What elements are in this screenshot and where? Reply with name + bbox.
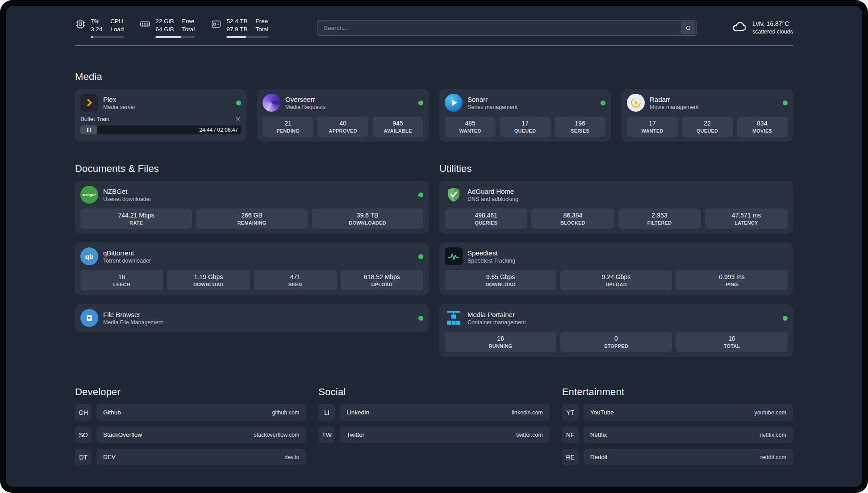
search-bar: G [317, 20, 697, 36]
stat-label: MOVIES [739, 128, 786, 134]
bookmark-abbr[interactable]: RE [562, 449, 579, 465]
bookmark-abbr[interactable]: SO [75, 426, 92, 443]
pause-button[interactable] [80, 125, 97, 134]
filebrowser-icon [80, 309, 98, 327]
bookmark-dev: DT DEV dev.to [75, 449, 306, 465]
stat-tile: 744.21 Mbps RATE [80, 209, 192, 229]
app-card-radarr[interactable]: Radarr Movie management 17 WANTED 22 QUE… [622, 89, 793, 142]
app-subtitle: Speedtest Tracking [467, 258, 515, 264]
sonarr-icon [445, 94, 463, 112]
stat-label: PING [678, 282, 786, 287]
stat-tile: 1.19 Gbps DOWNLOAD [167, 270, 250, 290]
stat-tile: 2,953 FILTERED [618, 209, 701, 229]
search-input[interactable] [318, 25, 681, 31]
stat-label: QUERIES [447, 220, 526, 226]
plex-icon [80, 94, 98, 112]
bookmark-youtube: YT YouTube youtube.com [562, 404, 793, 421]
app-name: Radarr [650, 96, 699, 104]
status-indicator [418, 254, 423, 259]
bookmark-abbr[interactable]: NF [562, 426, 579, 443]
bookmark-link[interactable]: Github github.com [96, 404, 306, 421]
stat-label: DOWNLOAD [447, 282, 555, 287]
app-card-adguard[interactable]: AdGuard Home DNS and adblocking 498,461 … [439, 181, 793, 234]
stat-label: FILTERED [620, 220, 699, 226]
stat-value: 498,461 [447, 212, 526, 219]
stat-value: 9.65 Gbps [447, 273, 555, 280]
ram-total: 64 GiB [155, 25, 174, 33]
app-card-qbittorrent[interactable]: qb qBittorrent Torrent downloader 16 LEE… [75, 242, 429, 295]
gear-icon[interactable] [234, 116, 241, 122]
ram-progress-bar [155, 36, 195, 38]
bookmark-link[interactable]: YouTube youtube.com [584, 404, 793, 421]
status-indicator [418, 316, 423, 321]
ram-icon [140, 19, 150, 31]
qbittorrent-icon: qb [80, 247, 98, 265]
status-indicator [236, 100, 241, 105]
app-subtitle: Container management [467, 319, 526, 326]
app-subtitle: Series management [467, 104, 517, 110]
playback-time: 24:44 / 02:06:47 [199, 127, 238, 133]
stat-tile: 0.993 ms PING [676, 270, 788, 290]
stat-value: 40 [319, 120, 367, 127]
stat-label: TOTAL [678, 343, 786, 349]
stat-label: WANTED [629, 128, 676, 134]
stat-tile: 16 RUNNING [445, 332, 556, 352]
bookmark-link[interactable]: DEV dev.to [96, 449, 306, 465]
app-card-portainer[interactable]: Media Portainer Container management 16 … [439, 304, 793, 357]
app-subtitle: Media server [103, 104, 135, 110]
bookmark-abbr[interactable]: GH [75, 404, 92, 421]
app-name: File Browser [103, 311, 163, 319]
app-subtitle: Media File Management [103, 319, 163, 326]
stat-tile: 266 GB REMAINING [196, 209, 308, 229]
adguard-icon [445, 186, 463, 204]
cpu-icon [75, 19, 86, 31]
ram-free-label: Free [182, 17, 195, 25]
stat-label: QUEUED [501, 128, 549, 134]
weather-location: Lviv, 16.87°C [752, 20, 793, 28]
app-card-overseerr[interactable]: Overseerr Media Requests 21 PENDING 40 A… [257, 89, 429, 142]
stat-tile: 86,384 BLOCKED [531, 209, 614, 229]
app-subtitle: Torrent downloader [103, 258, 151, 264]
app-card-nzbget[interactable]: nzbget NZBGet Usenet downloader 744.21 M… [75, 181, 429, 234]
ram-free: 22 GiB [155, 17, 174, 25]
section-documents: Documents & Files nzbget NZBGet Usenet d… [75, 163, 429, 332]
stat-value: 266 GB [198, 212, 306, 219]
stat-label: DOWNLOAD [169, 282, 248, 287]
app-card-plex[interactable]: Plex Media server Bullet Train 24:44 / 0… [75, 89, 246, 142]
status-indicator [418, 192, 423, 197]
app-name: NZBGet [103, 188, 151, 196]
bookmark-link[interactable]: Reddit reddit.com [584, 449, 793, 465]
app-card-speedtest[interactable]: Speedtest Speedtest Tracking 9.65 Gbps D… [439, 242, 793, 295]
bookmark-abbr[interactable]: LI [318, 404, 335, 421]
stat-label: SERIES [556, 128, 604, 134]
bookmark-abbr[interactable]: TW [318, 426, 335, 443]
stat-label: BLOCKED [533, 220, 612, 226]
bookmark-link[interactable]: Netflix netflix.com [584, 426, 793, 443]
stat-label: UPLOAD [342, 282, 421, 287]
app-name: Media Portainer [467, 311, 526, 319]
app-name: Plex [103, 96, 135, 104]
app-name: Sonarr [467, 96, 517, 104]
cpu-widget: 7% 3.24 CPU Load [75, 17, 124, 38]
search-engine-button[interactable]: G [681, 21, 695, 34]
stat-tile: 16 LEECH [80, 270, 163, 290]
app-card-sonarr[interactable]: Sonarr Series management 485 WANTED 17 Q… [439, 89, 611, 142]
stat-value: 0 [562, 335, 670, 342]
bookmark-link[interactable]: LinkedIn linkedin.com [340, 404, 549, 421]
bookmark-abbr[interactable]: DT [75, 449, 92, 465]
bookmark-abbr[interactable]: YT [562, 404, 579, 421]
app-card-filebrowser[interactable]: File Browser Media File Management [75, 304, 429, 332]
stat-tile: 9.24 Gbps UPLOAD [560, 270, 672, 290]
weather-widget: Lviv, 16.87°C scattered clouds [731, 19, 793, 37]
disk-total-label: Total [255, 25, 268, 33]
bookmark-link[interactable]: StackOverflow stackoverflow.com [96, 426, 306, 443]
stat-tile: 17 QUEUED [500, 117, 551, 137]
section-entertainment: Entertainment YT YouTube youtube.com NF … [562, 386, 793, 465]
section-title-social: Social [318, 386, 549, 398]
stats-row: 9.65 Gbps DOWNLOAD 9.24 Gbps UPLOAD 0.99… [445, 270, 788, 290]
stat-value: 86,384 [533, 212, 612, 219]
weather-condition: scattered clouds [752, 28, 793, 36]
stat-value: 39.6 TB [313, 212, 421, 219]
disk-icon [211, 19, 221, 31]
bookmark-link[interactable]: Twitter twitter.com [340, 426, 549, 443]
